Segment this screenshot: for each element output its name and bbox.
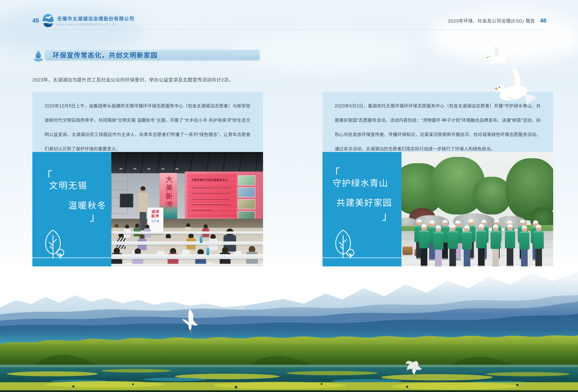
trees-icon: [333, 229, 355, 259]
company-name-en: WUXI TAIHU LAKE RESTORATION CO., LTD: [57, 23, 135, 26]
volunteer-figure: [449, 224, 456, 266]
water-drop-icon: [33, 50, 43, 61]
slogan-line-1: 文明无锡: [49, 178, 88, 191]
volunteer-figure: [521, 225, 528, 266]
slogan-line-2: 温暖秋冬: [68, 198, 107, 211]
table-row: [111, 241, 263, 245]
volunteer-figure: [492, 224, 499, 266]
section-intro-text: 2023年，太湖湖泊为提升员工及社会公众的环保意识，举办公益宣讲及主题宣传活动共…: [33, 76, 234, 83]
section-title: 环保宣传常态化，共创文明新家园: [53, 50, 158, 60]
page-header: 45 无锡市太湖湖泊治理股份有限公司 WUXI TAIHU LAKE RESTO…: [32, 14, 547, 27]
slide-text-line: [192, 199, 230, 200]
table-row: [111, 254, 263, 259]
panel-underline: [323, 258, 401, 258]
lectern-banner-title: 湖湾新声: [151, 210, 159, 218]
volunteer-figure: [421, 224, 427, 266]
water-bottle: [207, 248, 209, 255]
slogan-panel: 「 守护绿水青山 共建美好家园 」: [323, 152, 401, 266]
trees-icon: [43, 229, 65, 259]
volunteer-figure: [435, 225, 442, 266]
lectern-banner-subtitle: 公开课: [151, 219, 159, 223]
ceiling-light-icon: [175, 168, 179, 170]
activity-body-text: 2023年6月2日，集团依托无锡市锡环环保志愿服务中心（包含太湖湖泊志愿者）开展…: [323, 92, 553, 152]
log-stool: [402, 246, 413, 255]
slogan-panel: 「 文明无锡 温暖秋冬 」: [32, 152, 111, 266]
slide-text-line: [192, 204, 231, 205]
slide-text-line: [192, 188, 231, 188]
corner-bracket-close: 」: [90, 212, 100, 222]
activity-card-civilized-wuxi: 2023年12月9日上午，由集团牵头组建的无锡市锡环环保志愿服务中心（包含太湖湖…: [32, 92, 263, 266]
ceiling-light-icon: [161, 168, 165, 170]
audience-figure: [117, 233, 126, 249]
ceiling: [111, 152, 263, 173]
table-row: [111, 231, 263, 234]
page-number-right: 46: [540, 17, 547, 24]
volunteer-figure: [507, 224, 513, 266]
lecture-photo: 大美新湾 无锡市锡环环保志愿服务中心 湖湾新: [111, 152, 263, 266]
presentation-screen: 无锡市锡环环保志愿服务中心: [187, 173, 237, 218]
slogan-line-1: 守护绿水青山: [333, 176, 388, 189]
slide-title: 无锡市锡环环保志愿服务中心: [192, 178, 228, 181]
park-tree: [473, 177, 511, 215]
volunteer-figure: [478, 224, 485, 266]
volunteer-figure: [464, 225, 470, 266]
page-number-left: 45: [32, 17, 39, 24]
slogan-line-2: 共建美好家园: [337, 196, 392, 208]
water-bottle: [200, 235, 202, 243]
ceiling-light-icon: [133, 168, 137, 170]
esg-report-spread: 45 无锡市太湖湖泊治理股份有限公司 WUXI TAIHU LAKE RESTO…: [0, 0, 578, 392]
panel-underline: [32, 258, 111, 258]
section-title-banner: 环保宣传常态化，共创文明新家园: [45, 49, 260, 60]
slide-photo-thumbnails: [238, 175, 255, 221]
section-heading: 环保宣传常态化，共创文明新家园: [33, 49, 260, 61]
company-logo-icon: [43, 14, 54, 27]
header-divider: [32, 29, 547, 30]
corner-bracket-close: 」: [382, 211, 393, 221]
ceiling-light-icon: [147, 168, 151, 170]
slide-text-line: [192, 210, 212, 211]
activity-body-text: 2023年12月9日上午，由集团牵头组建的无锡市锡环环保志愿服务中心（包含太湖湖…: [32, 92, 263, 152]
volunteers-group-photo: [401, 152, 553, 266]
volunteer-row-front: [421, 224, 542, 266]
wall-monitor: [120, 194, 133, 208]
table-row: [111, 264, 263, 266]
company-name-zh: 无锡市太湖湖泊治理股份有限公司: [57, 15, 135, 22]
report-title: 2023年环境、社会及公司治理(ESG) 报告: [448, 17, 535, 24]
landscape-illustration: [0, 262, 578, 392]
volunteer-figure: [535, 224, 542, 266]
ceiling-light-icon: [119, 168, 123, 170]
slide-text-line: [192, 193, 231, 194]
activity-card-green-mountains: 2023年6月2日，集团依托无锡市锡环环保志愿服务中心（包含太湖湖泊志愿者）开展…: [323, 92, 553, 266]
audience-figure: [202, 224, 209, 237]
